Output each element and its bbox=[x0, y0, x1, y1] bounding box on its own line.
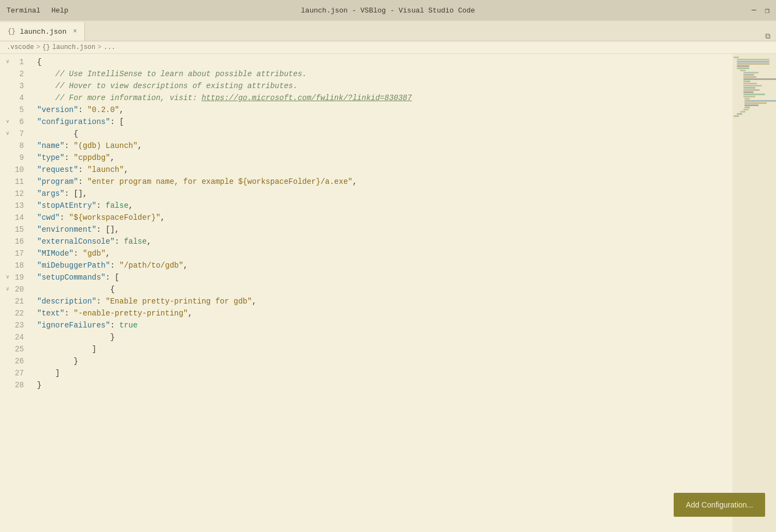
add-configuration-button[interactable]: Add Configuration... bbox=[674, 493, 765, 517]
code-line: "name": "(gdb) Launch", bbox=[33, 140, 732, 152]
code-line: "type": "cppdbg", bbox=[33, 152, 732, 164]
breadcrumb-json-icon: {} bbox=[42, 44, 50, 51]
line-number: 9 bbox=[4, 152, 24, 164]
line-number: ∨6 bbox=[4, 116, 24, 128]
terminal-menu[interactable]: Terminal bbox=[7, 7, 40, 15]
code-line: "externalConsole": false, bbox=[33, 236, 732, 248]
code-line: "args": [], bbox=[33, 188, 732, 200]
code-line: "text": "-enable-pretty-printing", bbox=[33, 307, 732, 319]
line-number: 25 bbox=[4, 343, 24, 355]
editor-area: ∨12345∨6∨789101112131415161718∨19∨202122… bbox=[0, 54, 776, 532]
code-line: "configurations": [ bbox=[33, 116, 732, 128]
json-file-icon: {} bbox=[8, 28, 15, 35]
fold-arrow[interactable]: ∨ bbox=[4, 128, 11, 140]
line-number: ∨7 bbox=[4, 128, 24, 140]
code-line: // For more information, visit: https://… bbox=[33, 92, 732, 104]
code-line: "setupCommands": [ bbox=[33, 271, 732, 283]
code-line: "miDebuggerPath": "/path/to/gdb", bbox=[33, 259, 732, 271]
breadcrumb-vscode[interactable]: .vscode bbox=[7, 44, 34, 51]
line-number: 21 bbox=[4, 295, 24, 307]
split-editor-icon[interactable]: ⧉ bbox=[765, 32, 771, 41]
line-number: 26 bbox=[4, 355, 24, 367]
code-line: "cwd": "${workspaceFolder}", bbox=[33, 212, 732, 224]
line-number: 16 bbox=[4, 236, 24, 248]
code-line: "program": "enter program name, for exam… bbox=[33, 176, 732, 188]
minimize-button[interactable]: ─ bbox=[752, 6, 756, 15]
code-line: "stopAtEntry": false, bbox=[33, 200, 732, 212]
fold-arrow[interactable]: ∨ bbox=[4, 116, 11, 128]
line-number: 17 bbox=[4, 248, 24, 259]
fold-arrow[interactable]: ∨ bbox=[4, 283, 11, 295]
breadcrumb-sep-1: > bbox=[36, 44, 40, 51]
line-number: ∨19 bbox=[4, 271, 24, 283]
breadcrumb-ellipsis[interactable]: ... bbox=[103, 44, 115, 51]
line-number: ∨1 bbox=[4, 56, 24, 68]
code-line: { bbox=[33, 56, 732, 68]
help-menu[interactable]: Help bbox=[51, 7, 68, 15]
line-numbers-gutter: ∨12345∨6∨789101112131415161718∨19∨202122… bbox=[0, 54, 33, 532]
line-number: 4 bbox=[4, 92, 24, 104]
line-number: 24 bbox=[4, 331, 24, 343]
window-title: launch.json - VSBlog - Visual Studio Cod… bbox=[301, 7, 475, 15]
code-line: "MIMode": "gdb", bbox=[33, 248, 732, 259]
title-bar: Terminal Help launch.json - VSBlog - Vis… bbox=[0, 0, 776, 21]
tab-bar: {} launch.json × ⧉ bbox=[0, 21, 776, 41]
line-number: 18 bbox=[4, 259, 24, 271]
code-line: } bbox=[33, 355, 732, 367]
code-line: // Use IntelliSense to learn about possi… bbox=[33, 68, 732, 80]
line-number: 23 bbox=[4, 319, 24, 331]
line-number: 11 bbox=[4, 176, 24, 188]
code-line: "ignoreFailures": true bbox=[33, 319, 732, 331]
line-number: 14 bbox=[4, 212, 24, 224]
line-number: 27 bbox=[4, 367, 24, 379]
fold-arrow[interactable]: ∨ bbox=[4, 271, 11, 283]
line-number: 5 bbox=[4, 104, 24, 116]
menu-bar: Terminal Help bbox=[7, 7, 69, 15]
code-line: { bbox=[33, 283, 732, 295]
tab-right-actions: ⧉ bbox=[765, 32, 776, 41]
line-number: 15 bbox=[4, 224, 24, 236]
code-line: ] bbox=[33, 367, 732, 379]
breadcrumb-launch[interactable]: launch.json bbox=[52, 44, 95, 51]
code-line: "environment": [], bbox=[33, 224, 732, 236]
minimap bbox=[732, 54, 776, 532]
fold-arrow[interactable]: ∨ bbox=[4, 56, 11, 68]
code-line: } bbox=[33, 331, 732, 343]
line-number: 2 bbox=[4, 68, 24, 80]
maximize-button[interactable]: ❐ bbox=[765, 6, 769, 15]
breadcrumb-sep-2: > bbox=[97, 44, 101, 51]
line-number: 8 bbox=[4, 140, 24, 152]
active-tab[interactable]: {} launch.json × bbox=[0, 22, 85, 41]
code-line: ] bbox=[33, 343, 732, 355]
line-number: 22 bbox=[4, 307, 24, 319]
line-number: 28 bbox=[4, 379, 24, 391]
line-number: 12 bbox=[4, 188, 24, 200]
line-number: 13 bbox=[4, 200, 24, 212]
code-editor[interactable]: { // Use IntelliSense to learn about pos… bbox=[33, 54, 732, 532]
code-line: "request": "launch", bbox=[33, 164, 732, 176]
line-number: 3 bbox=[4, 80, 24, 92]
code-line: "version": "0.2.0", bbox=[33, 104, 732, 116]
window-controls: ─ ❐ bbox=[752, 6, 769, 15]
line-number: ∨20 bbox=[4, 283, 24, 295]
code-line: "description": "Enable pretty-printing f… bbox=[33, 295, 732, 307]
code-line: { bbox=[33, 128, 732, 140]
close-tab-button[interactable]: × bbox=[73, 28, 77, 35]
breadcrumb: .vscode > {} launch.json > ... bbox=[0, 41, 776, 54]
code-line: // Hover to view descriptions of existin… bbox=[33, 80, 732, 92]
line-number: 10 bbox=[4, 164, 24, 176]
tab-label: launch.json bbox=[20, 28, 66, 36]
code-line: } bbox=[33, 379, 732, 391]
